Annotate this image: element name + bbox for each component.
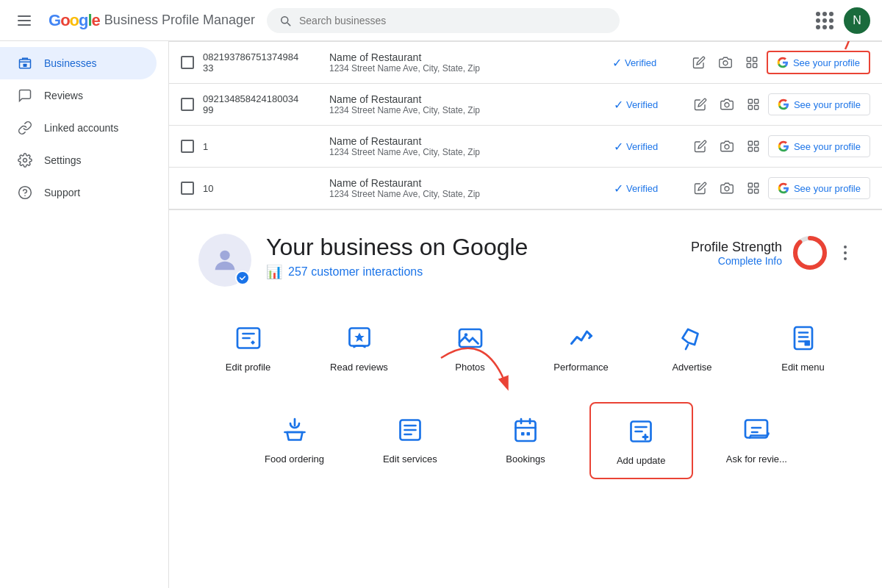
search-bar[interactable] — [267, 8, 620, 33]
see-profile-button[interactable]: See your profile — [768, 93, 870, 115]
share-icon[interactable] — [740, 51, 764, 74]
businesses-table: 08219378675137498433 Name of Restaurant … — [169, 41, 882, 209]
food-ordering-icon — [279, 414, 311, 446]
camera-icon[interactable] — [714, 51, 737, 74]
interactions-count: 257 customer interactions — [288, 265, 423, 279]
dot — [844, 251, 847, 254]
ask-for-review-label: Ask for revie... — [726, 453, 787, 465]
table-row: 1 Name of Restaurant 1234 Street Name Av… — [169, 126, 882, 168]
user-avatar[interactable]: N — [844, 7, 870, 34]
edit-icon[interactable] — [689, 93, 712, 116]
see-profile-button[interactable]: See your profile — [768, 135, 870, 157]
verified-badge: ✓ Verified — [614, 140, 680, 154]
action-performance[interactable]: Performance — [531, 310, 631, 384]
complete-info-link[interactable]: Complete Info — [691, 255, 782, 267]
action-bookings[interactable]: Bookings — [473, 402, 577, 479]
food-ordering-label: Food ordering — [265, 453, 324, 465]
svg-rect-35 — [804, 340, 810, 346]
business-name: Name of Restaurant — [329, 93, 605, 105]
google-wordmark: Google — [49, 11, 100, 30]
camera-icon[interactable] — [715, 93, 739, 116]
share-icon[interactable] — [742, 135, 765, 158]
reviews-icon — [18, 88, 32, 103]
business-name: Name of Restaurant — [329, 135, 605, 147]
profile-strength-area: Profile Strength Complete Info — [691, 234, 853, 272]
edit-icon[interactable] — [689, 176, 712, 200]
see-profile-button[interactable]: See your profile — [768, 177, 870, 199]
svg-point-4 — [25, 196, 26, 196]
action-edit-services[interactable]: Edit services — [358, 402, 462, 479]
settings-icon — [18, 153, 32, 168]
row-checkbox[interactable] — [181, 56, 194, 69]
action-photos[interactable]: Photos — [420, 310, 520, 384]
google-g-icon — [778, 140, 789, 152]
table-row: 08219378675137498433 Name of Restaurant … — [169, 41, 882, 84]
svg-rect-25 — [748, 190, 752, 193]
row-actions: See your profile — [689, 135, 870, 158]
action-edit-profile[interactable]: Edit profile — [198, 310, 298, 384]
search-icon — [279, 14, 292, 27]
edit-services-icon — [394, 414, 426, 446]
row-checkbox[interactable] — [181, 182, 194, 195]
see-profile-button[interactable]: See your profile — [767, 51, 870, 74]
profile-strength-label: Profile Strength — [691, 240, 782, 255]
app-header: Google Business Profile Manager N — [0, 0, 882, 41]
camera-icon[interactable] — [715, 176, 739, 200]
business-id: 10 — [203, 183, 320, 194]
action-add-update[interactable]: Add update — [589, 402, 693, 479]
sidebar-item-settings[interactable]: Settings — [0, 144, 157, 176]
svg-point-33 — [589, 335, 591, 337]
business-info: Name of Restaurant 1234 Street Name Ave,… — [329, 135, 605, 157]
hamburger-menu[interactable] — [12, 10, 37, 32]
svg-rect-6 — [747, 57, 750, 61]
svg-point-21 — [725, 187, 729, 191]
edit-icon[interactable] — [687, 51, 711, 74]
edit-icon[interactable] — [689, 135, 712, 158]
svg-rect-15 — [748, 106, 752, 110]
svg-rect-18 — [754, 141, 758, 145]
action-food-ordering[interactable]: Food ordering — [243, 402, 346, 479]
check-icon — [239, 274, 246, 282]
sidebar-item-support[interactable]: Support — [0, 176, 157, 209]
svg-rect-34 — [795, 327, 812, 349]
businesses-icon — [18, 56, 32, 71]
sidebar-item-reviews[interactable]: Reviews — [0, 79, 157, 112]
actions-row-2-container: Food ordering Edit services — [198, 402, 853, 479]
action-ask-for-review[interactable]: Ask for revie... — [705, 402, 808, 479]
app-title: Business Profile Manager — [104, 12, 255, 28]
sidebar-support-label: Support — [44, 187, 80, 198]
sidebar-item-businesses[interactable]: Businesses — [0, 47, 157, 79]
sidebar-item-linked-accounts[interactable]: Linked accounts — [0, 112, 157, 144]
row-checkbox[interactable] — [181, 98, 194, 111]
camera-icon[interactable] — [715, 135, 739, 158]
svg-rect-19 — [754, 148, 758, 151]
see-profile-label: See your profile — [794, 99, 861, 110]
row-actions: See your profile — [687, 51, 870, 74]
search-input[interactable] — [299, 15, 608, 26]
business-info: Name of Restaurant 1234 Street Name Ave,… — [329, 177, 605, 199]
row-checkbox[interactable] — [181, 140, 194, 153]
bookings-label: Bookings — [506, 453, 545, 465]
action-advertise[interactable]: Advertise — [642, 310, 742, 384]
svg-rect-13 — [754, 99, 758, 103]
svg-rect-38 — [521, 432, 525, 436]
business-address: 1234 Street Name Ave, City, State, Zip — [329, 147, 605, 157]
svg-rect-37 — [515, 421, 535, 441]
svg-rect-1 — [24, 64, 27, 67]
svg-rect-24 — [754, 190, 758, 193]
business-card-section: Your business on Google 📊 257 customer i… — [169, 209, 882, 588]
action-edit-menu[interactable]: Edit menu — [753, 310, 853, 384]
content-area: 08219378675137498433 Name of Restaurant … — [169, 41, 882, 588]
action-read-reviews[interactable]: Read reviews — [309, 310, 409, 384]
share-icon[interactable] — [742, 176, 765, 200]
ask-for-review-icon — [740, 414, 772, 446]
more-options-button[interactable] — [838, 240, 853, 266]
edit-profile-icon — [232, 322, 265, 354]
share-icon[interactable] — [742, 93, 765, 116]
customer-interactions[interactable]: 📊 257 customer interactions — [266, 264, 528, 280]
edit-profile-label: Edit profile — [226, 362, 270, 373]
svg-rect-12 — [748, 99, 752, 103]
svg-point-16 — [725, 145, 729, 149]
apps-grid-button[interactable] — [811, 7, 838, 34]
bar-chart-icon: 📊 — [266, 264, 282, 280]
